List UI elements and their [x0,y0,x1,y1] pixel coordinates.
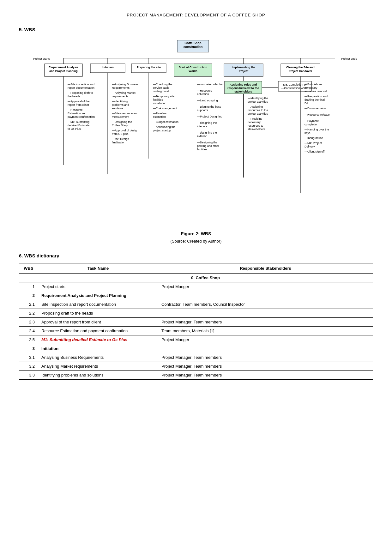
svg-text:from GS plus: from GS plus [112,132,129,135]
svg-text:supports: supports [197,109,208,112]
svg-text:—Client sign off: —Client sign off [305,150,325,153]
table-row: 0 Coffee Shop [19,274,373,282]
task-name: Requirement Analysis and Project Plannin… [38,291,373,300]
svg-text:exterior: exterior [197,135,207,138]
svg-text:report documentation: report documentation [68,86,94,89]
svg-text:collection: collection [197,93,209,96]
svg-text:—Temporary site: —Temporary site [153,95,174,98]
svg-text:requirements: requirements [112,95,129,98]
stakeholder: Contractor, Team members, Council Inspec… [158,300,373,309]
svg-text:—Identifying: —Identifying [112,100,128,103]
svg-text:amneties removal: amneties removal [305,90,327,93]
svg-text:M3: Completion of: M3: Completion of [283,83,306,86]
svg-text:facilities: facilities [153,98,163,101]
stakeholder: Team members, Materials [1] [158,327,373,335]
svg-text:measurement: measurement [112,115,130,118]
svg-text:—Timeline: —Timeline [153,112,166,115]
task-name: Identifying problems and solutions [38,371,158,380]
svg-text:—M1: Submitting: —M1: Submitting [68,120,89,123]
task-name: Analysing Business Requirements [38,353,158,362]
svg-text:—Assigning: —Assigning [248,105,263,108]
svg-text:—designing the: —designing the [197,121,217,124]
svg-text:and Project Planning: and Project Planning [49,69,78,73]
svg-text:project activities: project activities [248,112,268,115]
wbs-svg: Coffe Shop construction —Project starts … [22,39,370,225]
wbs-num: 3.3 [19,371,38,380]
svg-text:finalization: finalization [112,141,125,144]
svg-text:—concrete collection: —concrete collection [197,83,224,86]
page-title: PROJECT MANAGEMENT: DEVELOPMENT OF A COF… [19,13,373,17]
svg-text:—Payment: —Payment [305,119,319,123]
svg-text:—Project starts: —Project starts [30,57,50,60]
svg-text:resources to the: resources to the [248,109,268,112]
svg-text:—Project ends: —Project ends [338,57,357,60]
table-row: 1 Project starts Project Manger [19,282,373,291]
table-row: 2.3 Approval of the report from client P… [19,318,373,327]
svg-text:responsibilitiesw to the: responsibilitiesw to the [227,87,259,90]
task-name: Analysing Market requirements [38,362,158,371]
svg-text:—Approval of the: —Approval of the [68,100,90,103]
stakeholder: Project Manager, Team members [158,371,373,380]
svg-text:Start of Construction: Start of Construction [179,66,207,69]
svg-text:—Resource release: —Resource release [305,113,330,116]
svg-text:Requirement Analysis: Requirement Analysis [48,66,78,69]
stakeholder: Project Manager, Team members [158,318,373,327]
svg-text:the heads: the heads [68,95,80,98]
source-caption: (Source: Created by Author) [19,239,373,244]
svg-text:installation: installation [153,102,166,105]
stakeholder: Project Manger [158,335,373,344]
wbs-num: 3 [19,344,38,353]
table-row: 2.2 Proposing draft to the heads [19,309,373,318]
svg-text:—designing the: —designing the [197,131,217,134]
wbs-num: 2.2 [19,309,38,318]
svg-text:Requirements: Requirements [112,86,130,89]
svg-text:staskeholders: staskeholders [248,128,265,131]
col-header-task: Task Name [38,263,158,274]
task-name: 0 Coffee Shop [38,274,373,282]
table-row: 2 Requirement Analysis and Project Plann… [19,291,373,300]
wbs-num: 2.1 [19,300,38,309]
figure-caption: Figure 2: WBS [19,231,373,236]
svg-text:solutions: solutions [112,107,123,110]
wbs-dictionary-table: WBS Task Name Responsible Stakeholders 0… [19,263,373,380]
col-header-wbs: WBS [19,263,38,274]
svg-text:—Project Designing: —Project Designing [197,115,222,118]
task-name: M1: Submitting detailed Estimate to Gs P… [38,335,158,344]
svg-text:—M2: Design: —M2: Design [112,137,129,141]
svg-text:—Approval of design: —Approval of design [112,129,138,132]
svg-text:Estimation and: Estimation and [68,112,87,115]
svg-text:keys: keys [305,131,311,135]
svg-text:—Designing the: —Designing the [112,120,132,123]
wbs-num: 3.1 [19,353,38,362]
svg-text:—Announcing the: —Announcing the [153,125,176,129]
col-header-stakeholders: Responsible Stakeholders [158,263,373,274]
svg-text:Project: Project [238,69,248,73]
svg-text:—Handing over the: —Handing over the [305,128,329,131]
svg-text:Preparing the site: Preparing the site [136,66,160,69]
stakeholder: Project Manager, Team members [158,362,373,371]
svg-text:—Digging the base: —Digging the base [197,105,221,108]
stakeholder: Project Manager, Team members [158,353,373,362]
section6-heading: 6. WBS dictionary [19,253,373,258]
svg-text:—Preparation and: —Preparation and [305,95,328,98]
task-name: Initiation [38,344,373,353]
svg-text:—Rubbish and: —Rubbish and [305,83,323,86]
table-row: 3 Initiation [19,344,373,353]
svg-text:Initiation: Initiation [102,66,114,69]
svg-text:facilities: facilities [197,148,208,151]
svg-text:—Designing the: —Designing the [197,141,217,144]
svg-text:Coffee Shop: Coffee Shop [112,124,128,127]
svg-text:—Checking the: —Checking the [153,83,172,86]
svg-text:to Gs Plus: to Gs Plus [68,127,81,130]
svg-text:—Resource: —Resource [68,108,83,111]
table-row: 2.4 Resource Estimation and payment conf… [19,327,373,335]
svg-text:—Identifying the: —Identifying the [248,97,268,100]
svg-text:—Land scraping: —Land scraping [197,99,218,102]
svg-text:estimation: estimation [153,115,166,118]
svg-text:completion: completion [305,123,318,126]
svg-text:parking and other: parking and other [197,144,219,148]
svg-text:Bill: Bill [305,102,308,105]
svg-text:—Risk mangement: —Risk mangement [153,107,177,110]
wbs-num [19,274,38,282]
table-row: 3.2 Analysing Market requirements Projec… [19,362,373,371]
